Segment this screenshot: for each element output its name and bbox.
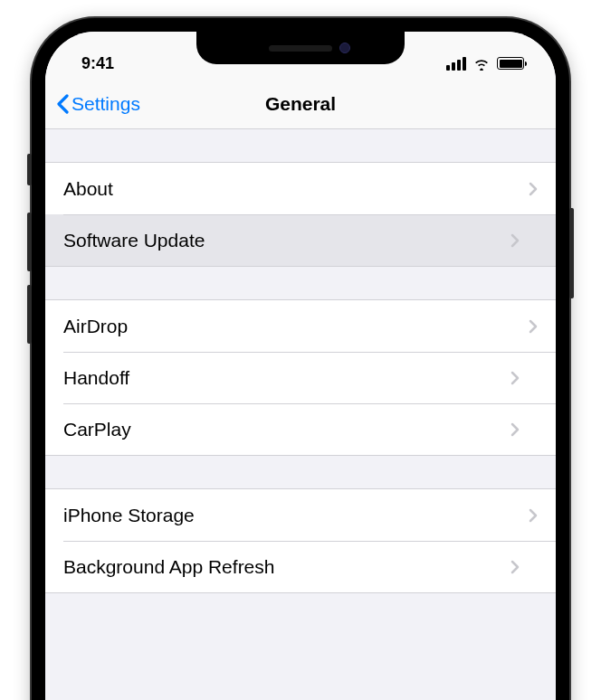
wifi-icon <box>472 57 491 71</box>
row-carplay[interactable]: CarPlay <box>45 403 556 455</box>
section-general-3: iPhone Storage Background App Refresh <box>45 488 556 593</box>
chevron-right-icon <box>510 233 520 248</box>
row-label: CarPlay <box>63 419 131 440</box>
status-time: 9:41 <box>72 54 114 73</box>
row-label: About <box>63 178 113 200</box>
mute-switch <box>27 154 32 185</box>
phone-frame: 9:41 Settings <box>32 18 569 700</box>
back-label: Settings <box>72 93 140 115</box>
navigation-bar: Settings General <box>45 79 556 129</box>
row-label: AirDrop <box>63 316 128 337</box>
back-button[interactable]: Settings <box>56 93 140 115</box>
volume-down-button <box>27 285 32 344</box>
chevron-left-icon <box>56 94 69 114</box>
cellular-signal-icon <box>446 57 466 71</box>
row-about[interactable]: About <box>45 163 556 214</box>
section-general-1: About Software Update <box>45 162 556 267</box>
row-label: Software Update <box>63 230 205 251</box>
row-handoff[interactable]: Handoff <box>45 352 556 403</box>
section-general-2: AirDrop Handoff CarPlay <box>45 299 556 456</box>
row-software-update[interactable]: Software Update <box>45 214 556 266</box>
volume-up-button <box>27 213 32 271</box>
row-iphone-storage[interactable]: iPhone Storage <box>45 489 556 541</box>
notch <box>196 32 405 64</box>
chevron-right-icon <box>510 371 520 385</box>
screen: 9:41 Settings <box>45 32 556 700</box>
page-title: General <box>265 93 336 115</box>
chevron-right-icon <box>529 182 538 196</box>
row-label: Background App Refresh <box>63 556 274 578</box>
front-camera <box>339 43 350 53</box>
row-label: iPhone Storage <box>63 505 195 526</box>
status-icons <box>446 57 529 71</box>
chevron-right-icon <box>510 560 520 574</box>
chevron-right-icon <box>510 422 520 437</box>
battery-icon <box>497 57 524 70</box>
side-button <box>569 208 574 298</box>
row-airdrop[interactable]: AirDrop <box>45 300 556 352</box>
chevron-right-icon <box>529 508 538 523</box>
row-background-app-refresh[interactable]: Background App Refresh <box>45 541 556 592</box>
chevron-right-icon <box>529 319 538 334</box>
speaker <box>269 45 332 52</box>
row-label: Handoff <box>63 367 129 389</box>
